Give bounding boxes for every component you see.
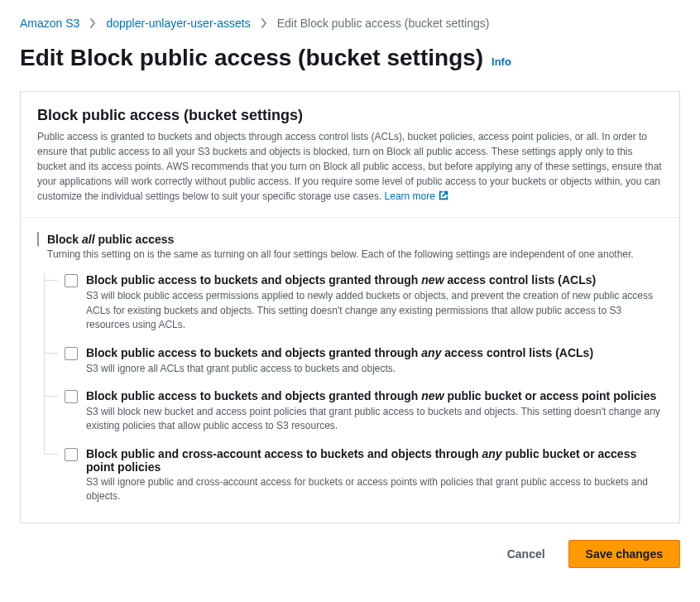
- option-description: S3 will block new bucket and access poin…: [86, 405, 663, 434]
- checkbox-new-policies[interactable]: [65, 390, 78, 403]
- highlight-annotation: [31, 227, 45, 252]
- page-header: Edit Block public access (bucket setting…: [20, 45, 680, 71]
- option-new-policies: Block public access to buckets and objec…: [45, 389, 663, 434]
- breadcrumb-item-s3[interactable]: Amazon S3: [20, 17, 79, 30]
- option-description: S3 will ignore all ACLs that grant publi…: [86, 362, 663, 376]
- option-label: Block all public access: [47, 233, 634, 246]
- checkbox-any-policies[interactable]: [65, 448, 78, 461]
- external-link-icon: [438, 190, 449, 201]
- options: Block all public access Turning this set…: [21, 218, 679, 523]
- checkbox-new-acls[interactable]: [65, 274, 78, 287]
- option-description: Turning this setting on is the same as t…: [47, 248, 634, 262]
- breadcrumb: Amazon S3 doppler-unlayer-user-assets Ed…: [20, 17, 680, 30]
- settings-panel: Block public access (bucket settings) Pu…: [20, 91, 680, 523]
- option-any-acls: Block public access to buckets and objec…: [45, 346, 663, 376]
- option-any-policies: Block public and cross-account access to…: [45, 447, 663, 504]
- chevron-right-icon: [261, 18, 267, 28]
- breadcrumb-item-current: Edit Block public access (bucket setting…: [277, 17, 490, 30]
- checkbox-block-all[interactable]: [37, 232, 39, 247]
- chevron-right-icon: [89, 18, 96, 28]
- save-button[interactable]: Save changes: [568, 540, 680, 568]
- option-block-all: Block all public access Turning this set…: [37, 233, 663, 262]
- page-title: Edit Block public access (bucket setting…: [20, 45, 483, 70]
- option-description: S3 will block public access permissions …: [86, 289, 663, 332]
- breadcrumb-item-bucket[interactable]: doppler-unlayer-user-assets: [106, 17, 250, 30]
- checkbox-any-acls[interactable]: [65, 347, 78, 360]
- option-label: Block public access to buckets and objec…: [86, 273, 596, 287]
- child-options: Block public access to buckets and objec…: [44, 273, 663, 503]
- panel-title: Block public access (bucket settings): [37, 107, 663, 124]
- panel-header: Block public access (bucket settings) Pu…: [21, 92, 679, 218]
- learn-more-link[interactable]: Learn more: [385, 190, 450, 202]
- option-new-acls: Block public access to buckets and objec…: [45, 273, 663, 332]
- footer-actions: Cancel Save changes: [20, 540, 680, 568]
- option-label: Block public and cross-account access to…: [86, 447, 663, 474]
- option-label: Block public access to buckets and objec…: [86, 346, 593, 359]
- info-link[interactable]: Info: [491, 55, 511, 68]
- panel-description: Public access is granted to buckets and …: [37, 129, 663, 204]
- cancel-button[interactable]: Cancel: [491, 540, 562, 568]
- option-label: Block public access to buckets and objec…: [86, 389, 656, 402]
- option-description: S3 will ignore public and cross-account …: [86, 475, 663, 504]
